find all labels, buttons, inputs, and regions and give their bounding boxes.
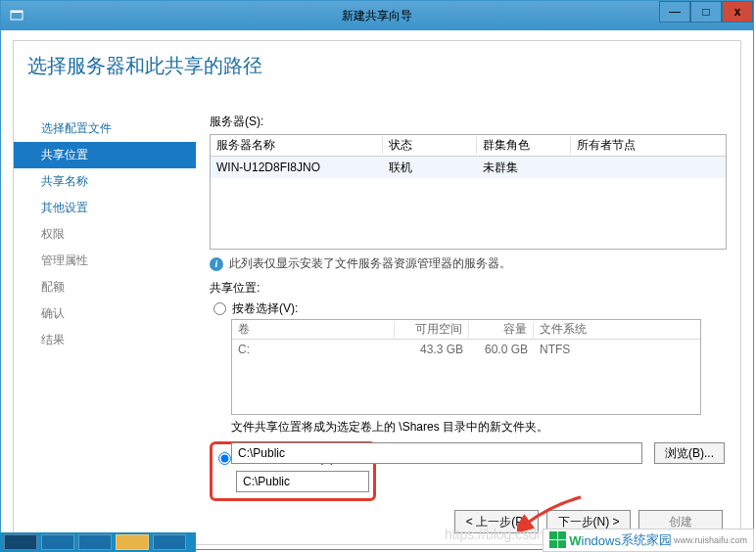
wizard-steps-sidebar: 选择配置文件 共享位置 共享名称 其他设置 权限 管理属性 配额 确认 结果	[14, 96, 196, 499]
titlebar[interactable]: 新建共享向导 — □ x	[1, 1, 753, 30]
volume-note: 文件共享位置将成为选定卷上的 \Shares 目录中的新文件夹。	[231, 419, 727, 436]
col-free-space: 可用空间	[395, 321, 469, 338]
step-quota: 配额	[14, 274, 196, 300]
server-table-header[interactable]: 服务器名称 状态 群集角色 所有者节点	[211, 135, 726, 157]
browse-button[interactable]: 浏览(B)...	[654, 442, 725, 464]
page-heading: 选择服务器和此共享的路径	[14, 41, 740, 79]
col-owner-node[interactable]: 所有者节点	[571, 137, 726, 154]
step-confirm: 确认	[14, 300, 196, 327]
previous-button[interactable]: < 上一步(P)	[454, 510, 539, 533]
server-info-note: i 此列表仅显示安装了文件服务器资源管理器的服务器。	[210, 255, 727, 272]
svg-rect-2	[549, 531, 557, 539]
volume-cell: C:	[232, 343, 395, 356]
col-server-name[interactable]: 服务器名称	[211, 137, 383, 154]
server-label: 服务器(S):	[210, 114, 727, 130]
server-row[interactable]: WIN-U12D8FI8JNO 联机 未群集	[211, 157, 726, 178]
step-results: 结果	[14, 327, 196, 353]
step-permissions: 权限	[14, 221, 196, 248]
taskbar-start-icon[interactable]	[4, 534, 37, 550]
server-table[interactable]: 服务器名称 状态 群集角色 所有者节点 WIN-U12D8FI8JNO 联机 未…	[210, 134, 727, 250]
taskbar-item[interactable]	[41, 534, 74, 550]
wizard-window: 新建共享向导 — □ x 选择服务器和此共享的路径 选择配置文件 共享位置 共享…	[0, 0, 754, 550]
svg-rect-3	[558, 531, 566, 539]
taskbar-item[interactable]	[153, 534, 186, 550]
wizard-main-panel: 服务器(S): 服务器名称 状态 群集角色 所有者节点 WIN-U12D8FI8…	[196, 96, 740, 499]
col-server-status[interactable]: 状态	[383, 137, 477, 154]
watermark-indows: indows	[582, 533, 621, 548]
window-title: 新建共享向导	[1, 8, 753, 24]
taskbar-item[interactable]	[78, 534, 112, 550]
step-share-name[interactable]: 共享名称	[14, 168, 196, 195]
watermark-w: W	[569, 533, 581, 548]
watermark-tail: 系统家园	[621, 531, 672, 549]
radio-by-volume-row[interactable]: 按卷选择(V):	[210, 300, 727, 317]
share-location-label: 共享位置:	[210, 280, 727, 297]
windows-flag-icon	[549, 531, 567, 549]
volume-row: C: 43.3 GB 60.0 GB NTFS	[232, 340, 700, 359]
svg-rect-4	[549, 540, 557, 548]
col-capacity: 容量	[469, 321, 534, 338]
server-name-cell: WIN-U12D8FI8JNO	[211, 161, 383, 174]
custom-path-input-inside-highlight[interactable]	[236, 471, 369, 492]
custom-path-input[interactable]	[231, 442, 642, 464]
step-select-profile[interactable]: 选择配置文件	[14, 115, 196, 142]
step-other-settings[interactable]: 其他设置	[14, 195, 196, 221]
volume-table: 卷 可用空间 容量 文件系统 C: 43.3 GB 60.0 GB NTFS	[231, 319, 701, 415]
step-mgmt-props: 管理属性	[14, 248, 196, 274]
server-info-text: 此列表仅显示安装了文件服务器资源管理器的服务器。	[229, 255, 511, 272]
col-cluster-role[interactable]: 群集角色	[477, 137, 571, 154]
server-role-cell: 未群集	[477, 160, 571, 176]
free-cell: 43.3 GB	[395, 343, 469, 356]
fs-cell: NTFS	[534, 343, 700, 356]
site-watermark: Windows系统家园 www.ruishaifu.com	[543, 529, 754, 552]
radio-by-volume-label: 按卷选择(V):	[232, 300, 298, 317]
col-filesystem: 文件系统	[534, 321, 700, 338]
taskbar[interactable]	[0, 532, 196, 552]
radio-by-volume[interactable]	[213, 302, 226, 315]
svg-rect-5	[558, 540, 566, 548]
taskbar-item[interactable]	[116, 534, 149, 550]
step-share-location[interactable]: 共享位置	[14, 142, 196, 168]
server-status-cell: 联机	[383, 160, 477, 176]
info-icon: i	[210, 257, 223, 271]
col-volume: 卷	[232, 321, 395, 338]
wizard-frame: 选择服务器和此共享的路径 选择配置文件 共享位置 共享名称 其他设置 权限 管理…	[13, 40, 741, 545]
watermark-url: www.ruishaifu.com	[674, 535, 747, 545]
volume-table-header: 卷 可用空间 容量 文件系统	[232, 320, 700, 340]
capacity-cell: 60.0 GB	[469, 343, 534, 356]
